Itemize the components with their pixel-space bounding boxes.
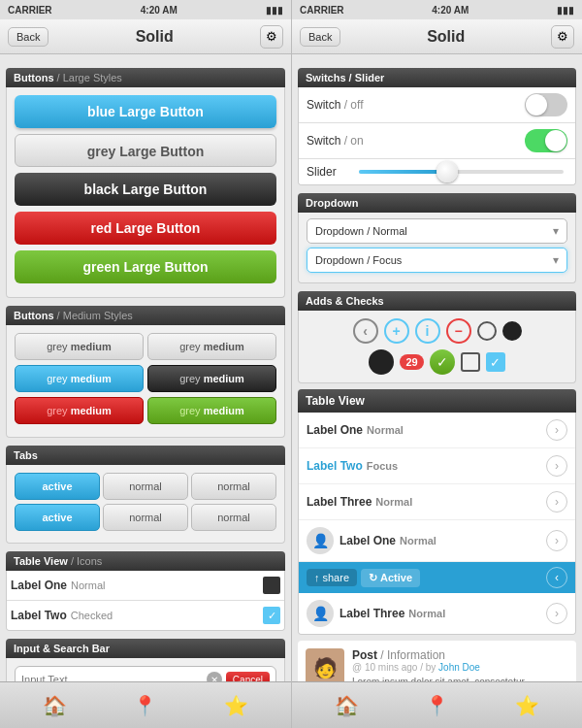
share-button[interactable]: ↑ share [307,569,357,586]
checkbox-blue-icon[interactable]: ✓ [263,607,280,624]
input-clear-button[interactable]: ✕ [207,672,222,681]
buttons-medium-body: grey medium grey medium grey medium grey… [6,325,285,438]
tab-normal-1[interactable]: normal [103,473,188,500]
status-bar-right: CARRIER 4:20 AM ▮▮▮ [292,0,582,19]
input-search-header: Input & Search Bar [6,639,285,658]
dropdown-focus-arrow-icon: ▾ [553,253,559,267]
adds-body: ‹ + i − 29 ✓ ✓ [298,311,576,383]
table-view-right-body: Label OneNormal › Label TwoFocus › Label… [298,413,576,635]
chevron-icon-4[interactable]: › [546,530,567,551]
dropdown-header: Dropdown [298,193,576,213]
chevron-left-icon[interactable]: ‹ [546,567,567,588]
tabs-body: active normal normal active normal norma… [6,465,285,544]
home-icon-left: 🏠 [43,694,67,717]
info-circle-button[interactable]: i [415,318,440,344]
gear-icon-left[interactable]: ⚙ [260,25,283,49]
radio-selected[interactable] [502,321,522,341]
btn-med-grey-2[interactable]: grey medium [147,333,276,360]
slider-row: Slider [299,159,575,184]
tab-bar-star-right[interactable]: ⭐ [482,694,572,717]
post-author: John Doe [438,662,480,673]
btn-med-blue-1[interactable]: grey medium [15,365,144,392]
buttons-large-header: Buttons / Large Styles [6,68,285,87]
active-button[interactable]: ↻ Active [361,569,420,587]
tab-bar-left: 🏠 📍 ⭐ [0,681,291,728]
tab-normal-2[interactable]: normal [191,473,276,500]
gear-icon-right[interactable]: ⚙ [551,25,574,49]
adds-row-1: ‹ + i − [307,318,567,344]
slider-thumb[interactable] [436,161,458,182]
input-cancel-button[interactable]: Cancel [226,672,270,682]
radio-unselected[interactable] [477,321,497,341]
dropdown-arrow-icon: ▾ [553,224,559,238]
back-button-right[interactable]: Back [300,27,340,47]
status-bar-left: CARRIER 4:20 AM ▮▮▮ [0,0,291,19]
tab-active-1[interactable]: active [15,473,100,500]
checkbox-unchecked[interactable] [461,352,480,372]
button-green-large[interactable]: green Large Button [15,250,276,283]
btn-med-green-1[interactable]: grey medium [147,397,276,424]
right-table-row-2: Label TwoFocus › [299,448,575,484]
prev-circle-button[interactable]: ‹ [353,318,378,344]
table-row-left-1: Label One Normal [7,571,284,601]
location-icon-left: 📍 [133,694,157,717]
battery-right: ▮▮▮ [557,5,574,16]
tab-bar-location-right[interactable]: 📍 [392,694,482,717]
dropdown-body: Dropdown / Normal ▾ Dropdown / Focus ▾ [298,213,576,283]
buttons-medium-header: Buttons / Medium Styles [6,306,285,325]
right-table-row-1: Label OneNormal › [299,413,575,448]
check-green-icon: ✓ [430,349,455,375]
slider-track[interactable] [359,170,564,174]
badge-count: 29 [400,354,423,370]
location-icon-right: 📍 [425,694,449,717]
switches-header: Switchs / Slider [298,68,576,87]
chevron-icon-2[interactable]: › [546,455,567,477]
share-icon: ↑ [314,572,320,583]
switch-on-toggle[interactable] [525,129,567,152]
tabs-header: Tabs [6,446,285,465]
carrier-left: CARRIER [8,5,52,16]
medium-btn-row-2: grey medium grey medium [15,365,276,392]
button-red-large[interactable]: red Large Button [15,212,276,245]
slider-fill [359,170,440,174]
dot-dark [369,349,394,375]
active-label: Active [380,572,412,583]
btn-med-grey-1[interactable]: grey medium [15,333,144,360]
btn-med-red-1[interactable]: grey medium [15,397,144,424]
switch-off-toggle[interactable] [525,93,567,116]
post-avatar: 🧑 [306,648,344,681]
tab-bar-star-left[interactable]: ⭐ [191,694,281,717]
input-text-field[interactable] [21,674,207,681]
switch-off-thumb [526,94,547,116]
tab-bar-home-right[interactable]: 🏠 [302,694,392,717]
remove-circle-button[interactable]: − [446,318,471,344]
tab-active-2[interactable]: active [15,504,100,531]
tab-normal-3[interactable]: normal [103,504,188,531]
button-grey-large[interactable]: grey Large Button [15,134,276,167]
back-button-left[interactable]: Back [8,27,48,47]
time-right: 4:20 AM [344,5,557,16]
button-blue-large[interactable]: blue Large Button [15,95,276,128]
adds-row-2: 29 ✓ ✓ [307,349,567,375]
table-row-left-2: Label Two Checked ✓ [7,601,284,630]
tab-bar-home-left[interactable]: 🏠 [10,694,100,717]
checkbox-checked[interactable]: ✓ [486,352,505,372]
dropdown-normal[interactable]: Dropdown / Normal ▾ [307,218,567,244]
carrier-right: CARRIER [300,5,344,16]
chevron-icon-1[interactable]: › [546,419,567,441]
tab-bar-location-left[interactable]: 📍 [100,694,190,717]
chevron-icon-6[interactable]: › [546,603,567,624]
chevron-icon-3[interactable]: › [546,491,567,513]
button-black-large[interactable]: black Large Button [15,173,276,206]
nav-bar-left: Back Solid ⚙ [0,19,291,54]
tabs-row-1: active normal normal [15,473,276,500]
dropdown-focus[interactable]: Dropdown / Focus ▾ [307,248,567,273]
add-circle-button[interactable]: + [384,318,409,344]
checkbox-dark-icon[interactable] [263,577,280,594]
left-panel-content: Buttons / Large Styles blue Large Button… [0,54,291,681]
time-left: 4:20 AM [52,5,266,16]
tab-normal-4[interactable]: normal [191,504,276,531]
switch-off-row: Switch / off [299,87,575,123]
btn-med-dark-1[interactable]: grey medium [147,365,276,392]
left-panel: CARRIER 4:20 AM ▮▮▮ Back Solid ⚙ Buttons… [0,0,291,728]
